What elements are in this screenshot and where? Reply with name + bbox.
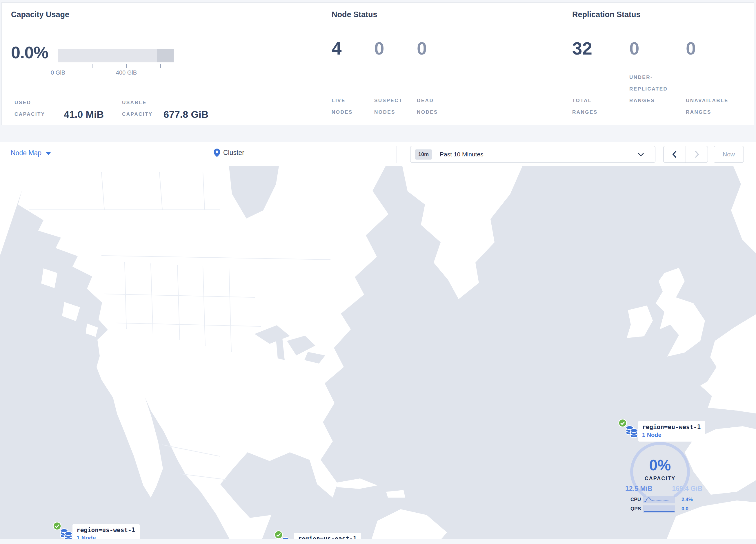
chevron-left-icon xyxy=(672,150,677,158)
chevron-right-icon xyxy=(695,150,699,158)
breadcrumb-cluster-label: Cluster xyxy=(223,149,244,157)
total-ranges-label: TOTAL RANGES xyxy=(572,95,598,118)
node-status-title: Node Status xyxy=(332,10,377,19)
toolbar-divider xyxy=(397,146,397,163)
usable-capacity-label: USABLE CAPACITY xyxy=(122,97,153,120)
chevron-down-icon xyxy=(638,153,644,157)
cpu-sparkline xyxy=(643,496,675,503)
time-step-back-button[interactable] xyxy=(664,146,686,162)
qps-sparkline xyxy=(643,505,675,513)
live-nodes-label: LIVE NODES xyxy=(332,95,353,118)
time-range-badge: 10m xyxy=(415,149,432,159)
unavailable-ranges-label: UNAVAILABLE RANGES xyxy=(686,95,728,118)
region-badge-eu-west-1[interactable]: region=eu-west-1 1 Node 0% CAPACITY 12.5… xyxy=(609,419,711,520)
suspect-nodes-label: SUSPECT NODES xyxy=(374,95,403,118)
now-button[interactable]: Now xyxy=(714,146,744,163)
region-name: region=us-west-1 xyxy=(77,526,135,534)
used-capacity-value: 41.0 MiB xyxy=(64,109,104,120)
capacity-bar-other-segment xyxy=(157,49,174,62)
cluster-summary-panel: Capacity Usage 0.0% 0 GiB 400 GiB USED C… xyxy=(1,2,754,125)
time-range-dropdown[interactable]: 10m Past 10 Minutes xyxy=(410,146,655,163)
region-qps-row: QPS 0.0 xyxy=(609,505,711,513)
suspect-nodes-count: 0 xyxy=(374,38,384,59)
capacity-axis-label-0: 0 GiB xyxy=(51,69,65,76)
cpu-value: 2.4% xyxy=(682,497,693,503)
view-selector-dropdown[interactable]: Node Map xyxy=(11,149,51,157)
region-node-count: 1 Node xyxy=(642,431,701,439)
region-total-capacity: 169.4 GiB xyxy=(672,485,702,493)
capacity-axis-tick xyxy=(58,64,58,68)
time-step-forward-button[interactable] xyxy=(686,146,708,162)
used-capacity-label: USED CAPACITY xyxy=(14,97,45,120)
capacity-axis-tick xyxy=(126,64,127,68)
gauge-capacity-label: CAPACITY xyxy=(628,476,692,482)
view-selector-label: Node Map xyxy=(11,149,41,157)
under-replicated-ranges-count: 0 xyxy=(629,38,639,59)
qps-label: QPS xyxy=(609,506,643,512)
map-toolbar: Node Map Cluster 10m Past 10 Minutes Now xyxy=(0,142,756,166)
dead-nodes-count: 0 xyxy=(417,38,427,59)
gauge-percent: 0% xyxy=(628,456,692,474)
unavailable-ranges-count: 0 xyxy=(686,38,696,59)
capacity-usage-title: Capacity Usage xyxy=(11,10,69,19)
time-range-label: Past 10 Minutes xyxy=(440,151,484,158)
cpu-label: CPU xyxy=(609,497,643,503)
live-nodes-count: 4 xyxy=(332,38,341,59)
qps-value: 0.0 xyxy=(682,506,688,512)
region-used-capacity: 12.5 MiB xyxy=(625,485,652,493)
chevron-down-icon xyxy=(46,152,51,155)
dead-nodes-label: DEAD NODES xyxy=(417,95,438,118)
breadcrumb[interactable]: Cluster xyxy=(214,148,244,157)
replication-status-title: Replication Status xyxy=(572,10,641,19)
capacity-axis-tick xyxy=(92,64,92,68)
under-replicated-ranges-label: UNDER- REPLICATED RANGES xyxy=(629,72,668,106)
region-label-plate[interactable]: region=eu-west-1 1 Node xyxy=(638,421,705,442)
capacity-axis-label-400: 400 GiB xyxy=(116,69,137,76)
capacity-usage-percent: 0.0% xyxy=(11,43,48,62)
capacity-axis-tick xyxy=(160,64,161,68)
time-step-buttons xyxy=(663,146,708,163)
database-stack-icon xyxy=(625,425,639,439)
footer-strip xyxy=(0,539,756,544)
capacity-usage-bar xyxy=(58,49,174,62)
node-map[interactable]: region=us-west-1 1 Node 0% CAPACITY 12.2… xyxy=(0,166,756,539)
total-ranges-count: 32 xyxy=(572,38,592,59)
region-name: region=eu-west-1 xyxy=(642,423,701,431)
region-cpu-row: CPU 2.4% xyxy=(609,496,711,503)
usable-capacity-value: 677.8 GiB xyxy=(163,109,208,120)
map-pin-icon xyxy=(214,148,220,157)
